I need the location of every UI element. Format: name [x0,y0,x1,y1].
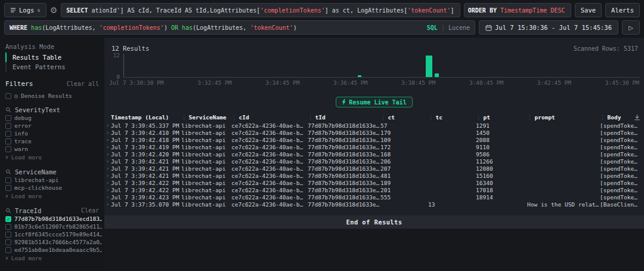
load-more-link[interactable]: ∨Load more [0,153,104,162]
checkbox[interactable] [5,138,11,144]
table-row[interactable]: ›Jul 7 3:39:45.337 PMlibrechat-apice7c62… [104,122,644,129]
cell: [spendToke… [600,173,644,179]
cell: ce7c622a-4236-40ae-b… [231,144,308,150]
table-row[interactable]: ›Jul 7 3:39:42.423 PMlibrechat-apice7c62… [104,193,644,201]
table-row[interactable]: ›Jul 7 3:39:42.420 PMlibrechat-apice7c62… [104,150,644,158]
filter-option[interactable]: librechat-api [0,176,104,184]
checkbox[interactable] [5,93,11,99]
denoise-results-toggle[interactable]: ◎ Denoise Results [0,92,104,100]
filter-option[interactable]: ✓77d87b7b98d318d1633ecd183… [0,215,104,223]
table-row[interactable]: ›Jul 7 3:39:42.421 PMlibrechat-apice7c62… [104,172,644,179]
checkbox[interactable] [5,185,11,191]
checkbox[interactable] [5,247,11,253]
row-expand-chevron[interactable]: › [104,195,111,200]
sql-token: 'completionTokens' [260,7,324,14]
column-header-pt[interactable]: ⋮pt [476,114,527,121]
checkbox[interactable] [5,177,11,183]
column-header-ct[interactable]: ⋮ct [380,114,428,121]
filter-option[interactable]: 1ccf8f6345ccce5179e89e414… [0,230,104,238]
analysis-mode-event-patterns[interactable]: Event Patterns [5,62,104,72]
table-row[interactable]: ›Jul 7 3:39:42.422 PMlibrechat-apice7c62… [104,186,644,193]
sql-mode-toggle[interactable]: SQL [427,24,438,31]
alerts-button[interactable]: Alerts [605,3,640,17]
filter-option[interactable]: mcp-clickhouse [0,184,104,192]
row-expand-chevron[interactable]: › [104,166,111,171]
lucene-mode-toggle[interactable]: Lucene [448,24,470,31]
live-tail-label: Resume Live Tail [349,99,406,106]
clear-all-filters-link[interactable]: Clear all [67,81,99,87]
checkbox[interactable] [5,239,11,245]
select-clause-input[interactable]: SELECT ationId'] AS cId, TraceId AS tId,… [61,3,460,17]
checkbox[interactable] [5,131,11,137]
settings-gear-icon[interactable]: ⚙ [50,6,58,14]
column-header-servicename[interactable]: ⋮ServiceName [181,114,231,121]
table-row[interactable]: ›Jul 7 3:39:42.422 PMlibrechat-apice7c62… [104,179,644,186]
query-toolbar: Logs ⇅ ⚙ SELECT ationId'] AS cId, TraceI… [0,0,644,38]
time-range-picker[interactable]: Jul 7 15:30:36 - Jul 7 15:45:36 [479,20,618,35]
checkbox[interactable]: ✓ [5,216,11,222]
run-query-button[interactable]: ▷ [622,20,640,35]
cell: 12080 [476,165,527,172]
cell: 77d87b7b98d318d1633e… [308,180,380,186]
x-axis-tick-label: 3:34:45 PM [265,79,299,87]
order-by-input[interactable]: ORDER BY TimestampTime DESC [464,3,571,17]
table-row[interactable]: ›Jul 7 3:39:42.421 PMlibrechat-apice7c62… [104,158,644,165]
cell: [BaseClien… [600,201,644,208]
filter-option-label: mcp-clickhouse [14,184,62,191]
column-header-tc[interactable]: ⋮tc [428,114,476,121]
clear-filter-link[interactable]: Clear [81,207,99,214]
table-row[interactable]: ›Jul 7 3:37:35.070 PMlibrechat-apice7c62… [104,201,644,208]
column-header-timestamp-local-[interactable]: Timestamp (Local) [111,114,181,121]
where-clause-input[interactable]: WHERE has(LogAttributes, 'completionToke… [4,20,475,35]
row-expand-chevron[interactable]: › [104,144,111,150]
cell: 17018 [476,187,527,193]
row-expand-chevron[interactable]: › [104,173,111,178]
row-expand-chevron[interactable]: › [104,130,111,136]
row-expand-chevron[interactable]: › [104,159,111,164]
source-selector-button[interactable]: Logs ⇅ [4,3,47,17]
load-more-link[interactable]: ∨Load more [0,254,104,263]
cell: Jul 7 3:39:42.421 PM [111,158,181,165]
histogram-bar[interactable] [358,75,361,77]
row-expand-chevron[interactable]: › [104,180,111,186]
checkbox[interactable] [5,146,11,152]
row-expand-chevron[interactable]: › [104,202,111,207]
download-icon[interactable] [634,114,640,121]
sql-token: (LogAttributes, [42,24,99,31]
table-row[interactable]: ›Jul 7 3:39:42.419 PMlibrechat-apice7c62… [104,143,644,150]
filter-option[interactable]: 92981b5143c7666bc4577a2a0… [0,238,104,246]
save-button[interactable]: Save [575,3,602,17]
load-more-link[interactable]: ∨Load more [0,192,104,201]
column-header-cid[interactable]: ⋮cId [231,114,308,121]
checkbox[interactable] [5,115,11,121]
row-expand-chevron[interactable]: › [104,187,111,193]
histogram-bar[interactable] [435,73,439,78]
column-header-prompt[interactable]: ⋮prompt [527,114,600,121]
filter-option[interactable]: warn [0,145,104,153]
filter-option[interactable]: info [0,130,104,137]
cell: 77d87b7b98d318d1633e… [308,137,380,143]
checkbox[interactable] [5,224,11,230]
row-expand-chevron[interactable]: › [104,152,111,157]
cell: Jul 7 3:39:45.337 PM [111,122,181,129]
filter-option[interactable]: trace [0,137,104,145]
checkbox[interactable] [5,232,11,238]
column-header-tid[interactable]: ⋮tId [308,114,380,121]
filter-option[interactable]: debug [0,114,104,122]
column-header-label: cId [239,114,249,121]
filter-option[interactable]: 01b73c6e512007cfb82865d11… [0,223,104,230]
table-body: ›Jul 7 3:39:45.337 PMlibrechat-apice7c62… [104,122,644,208]
row-expand-chevron[interactable]: › [104,137,111,143]
cell: 481 [380,173,428,179]
filter-option[interactable]: error [0,122,104,130]
row-expand-chevron[interactable]: › [104,123,111,128]
table-row[interactable]: ›Jul 7 3:39:42.410 PMlibrechat-apice7c62… [104,129,644,136]
cell: librechat-api [181,144,231,150]
table-row[interactable]: ›Jul 7 3:39:42.421 PMlibrechat-apice7c62… [104,165,644,172]
table-row[interactable]: ›Jul 7 3:39:42.418 PMlibrechat-apice7c62… [104,136,644,143]
histogram-bar[interactable] [426,56,432,77]
resume-live-tail-button[interactable]: Resume Live Tail [336,97,412,107]
checkbox[interactable] [5,123,11,129]
analysis-mode-results-table[interactable]: Results Table [5,53,104,62]
filter-option[interactable]: ed751ab0ae1bdeaa0eaacc9b5… [0,246,104,254]
